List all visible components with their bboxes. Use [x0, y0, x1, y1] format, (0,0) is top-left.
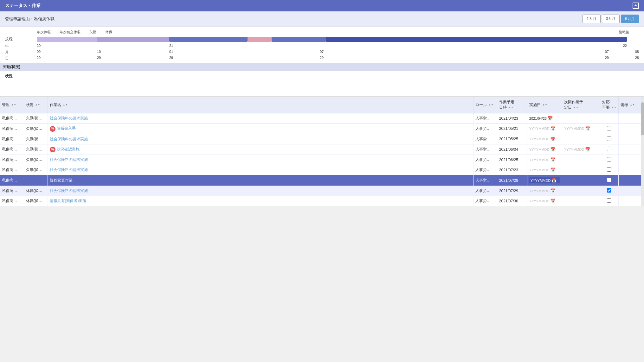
cell-jikai-sagyo[interactable] — [562, 186, 600, 196]
calendar-icon[interactable]: 📅 — [551, 178, 557, 183]
status-label: 状況 — [5, 73, 37, 96]
cell-taio-fuyo[interactable] — [600, 196, 618, 206]
cell-biko — [619, 134, 644, 144]
cell-sagyo-yotei: 2021/07/29 — [497, 186, 527, 196]
jisshi-value: YYYYMMDD — [529, 199, 550, 203]
table-row: 私傷病…欠勤(状…社会保険料の請求実施人事労…2021/07/23YYYYMMD… — [0, 165, 644, 175]
col-jisshi: 実施日 ▲▼ — [527, 97, 562, 113]
cell-jokyo: 欠勤(状… — [24, 155, 48, 165]
cell-jisshi[interactable]: YYYYMMDD📅 — [527, 165, 562, 175]
cell-jikai-sagyo[interactable]: YYYYMMDD📅 — [562, 124, 600, 134]
cell-taio-fuyo[interactable] — [600, 186, 618, 196]
col-taio: 対応不要 ▲▼ — [600, 97, 618, 113]
cell-sagyo-yotei: 2021/07/30 — [497, 196, 527, 206]
cell-jisshi[interactable]: YYYYMMDD📅 — [527, 186, 562, 196]
sagyomei-link[interactable]: 社会保険料の請求実施 — [50, 137, 88, 141]
sagyomei-link[interactable]: 状況確認実施 — [57, 147, 80, 151]
taio-checkbox[interactable] — [607, 126, 611, 130]
filter-label: 管理申請理由：私傷病休職 — [5, 16, 55, 22]
calendar-icon[interactable]: 📅 — [550, 126, 555, 131]
calendar-icon[interactable]: 📅 — [550, 168, 555, 172]
calendar-icon[interactable]: 📅 — [550, 147, 555, 152]
cell-taio-fuyo[interactable] — [600, 134, 618, 144]
cell-jikai-sagyo[interactable] — [562, 165, 600, 175]
taio-checkbox[interactable] — [607, 178, 611, 182]
taio-checkbox[interactable] — [607, 188, 611, 193]
calendar-icon[interactable]: 📅 — [550, 199, 555, 203]
cell-jisshi[interactable]: YYYYMMDD📅 — [527, 134, 562, 144]
taio-checkbox[interactable] — [607, 198, 611, 203]
sagyomei-link[interactable]: 社会保険料の請求実施 — [50, 157, 88, 162]
cell-biko — [619, 113, 644, 124]
cell-taio-fuyo[interactable] — [600, 113, 618, 124]
task-table: 管理 ▲▼ 状況 ▲▼ 作業名 ▲▼ ロール ▲▼ — [0, 97, 644, 206]
sagyomei-link[interactable]: 社会保険料の請求実施 — [50, 116, 88, 120]
cell-jikai-sagyo[interactable] — [562, 134, 600, 144]
table-row: 私傷病…欠勤(状…特診断書入手人事労…2021/05/21YYYYMMDD📅YY… — [0, 124, 644, 134]
cell-taio-fuyo[interactable] — [600, 144, 618, 155]
cell-role: 人事労… — [473, 124, 497, 134]
cell-taio-fuyo[interactable] — [600, 175, 618, 186]
calendar-icon[interactable]: 📅 — [548, 116, 553, 121]
cell-biko — [619, 175, 644, 186]
cell-biko — [619, 165, 644, 175]
scrollbar-track[interactable] — [641, 97, 644, 206]
sagyomei-link[interactable]: 情報共有(関係者)実施 — [50, 199, 87, 203]
calendar-icon[interactable]: 📅 — [550, 188, 555, 193]
gantt-track — [37, 37, 639, 42]
scrollbar-thumb[interactable] — [641, 102, 644, 135]
cell-taio-fuyo[interactable] — [600, 155, 618, 165]
cell-kanri: 私傷病… — [0, 134, 24, 144]
cell-jisshi[interactable]: YYYYMMDD📅 — [527, 175, 562, 186]
cell-sagyo-yotei: 2021/06/25 — [497, 155, 527, 165]
cell-taio-fuyo[interactable] — [600, 165, 618, 175]
period-6month-button[interactable]: 6カ月 — [621, 15, 639, 23]
gantt-row-kitei: 規程 — [5, 36, 639, 42]
cell-kanri: 私傷病… — [0, 165, 24, 175]
bar-nentsumitatekyu — [97, 37, 169, 42]
cell-role: 人事労… — [473, 113, 497, 124]
cell-sagyomei: 社会保険料の請求実施 — [48, 165, 473, 175]
cell-jisshi[interactable]: YYYYMMDD📅 — [527, 124, 562, 134]
cell-sagyo-yotei: 2021/05/21 — [497, 124, 527, 134]
taio-checkbox[interactable] — [607, 157, 611, 162]
date-row-month: 月 09 10 01 07 07 08 — [5, 50, 639, 55]
calendar-icon[interactable]: 📅 — [550, 137, 555, 142]
date-row-year: 年 20 21 22 — [5, 44, 639, 49]
cell-jokyo: 欠勤(状… — [24, 124, 48, 134]
jisshi-value: YYYYMMDD — [531, 179, 551, 182]
cell-taio-fuyo[interactable] — [600, 124, 618, 134]
date-row-day: 日 29 29 29 29 29 28 — [5, 56, 639, 61]
cell-sagyo-yotei: 2021/07/23 — [497, 165, 527, 175]
edit-icon[interactable]: ⬑ — [633, 3, 639, 9]
calendar-icon[interactable]: 📅 — [585, 126, 590, 131]
cell-jisshi[interactable]: 2021/04/23📅 — [527, 113, 562, 124]
cell-jikai-sagyo[interactable]: YYYYMMDD📅 — [562, 144, 600, 155]
calendar-icon[interactable]: 📅 — [585, 147, 590, 152]
sagyomei-link[interactable]: 社会保険料の請求実施 — [50, 188, 88, 193]
cell-jikai-sagyo[interactable] — [562, 196, 600, 206]
bar-kyushoku — [326, 37, 627, 42]
cell-role: 人事労… — [473, 196, 497, 206]
cell-jisshi[interactable]: YYYYMMDD📅 — [527, 196, 562, 206]
cell-sagyomei: 情報共有(関係者)実施 — [48, 196, 473, 206]
cell-kanri: 私傷病… — [0, 113, 24, 124]
cell-jikai-sagyo[interactable] — [562, 155, 600, 165]
sagyomei-link[interactable]: 社会保険料の請求実施 — [50, 168, 88, 172]
cell-jikai-sagyo[interactable] — [562, 113, 600, 124]
taio-checkbox[interactable] — [607, 167, 611, 172]
sagyomei-link[interactable]: 診断書入手 — [57, 126, 76, 130]
period-1month-button[interactable]: 1カ月 — [583, 15, 601, 23]
legend-fukushokugo: 復職後… — [619, 30, 639, 35]
cell-sagyomei: 規程変更作業 — [48, 175, 473, 186]
cell-jisshi[interactable]: YYYYMMDD📅 — [527, 144, 562, 155]
cell-biko — [619, 186, 644, 196]
taio-checkbox[interactable] — [607, 137, 611, 141]
cell-jikai-sagyo[interactable] — [562, 175, 600, 186]
taio-checkbox[interactable] — [607, 147, 611, 151]
period-3month-button[interactable]: 3カ月 — [602, 15, 620, 23]
calendar-icon[interactable]: 📅 — [550, 157, 555, 162]
legend-kyushoku: 休職 — [105, 30, 112, 35]
col-kanri: 管理 ▲▼ — [0, 97, 24, 113]
cell-jisshi[interactable]: YYYYMMDD📅 — [527, 155, 562, 165]
